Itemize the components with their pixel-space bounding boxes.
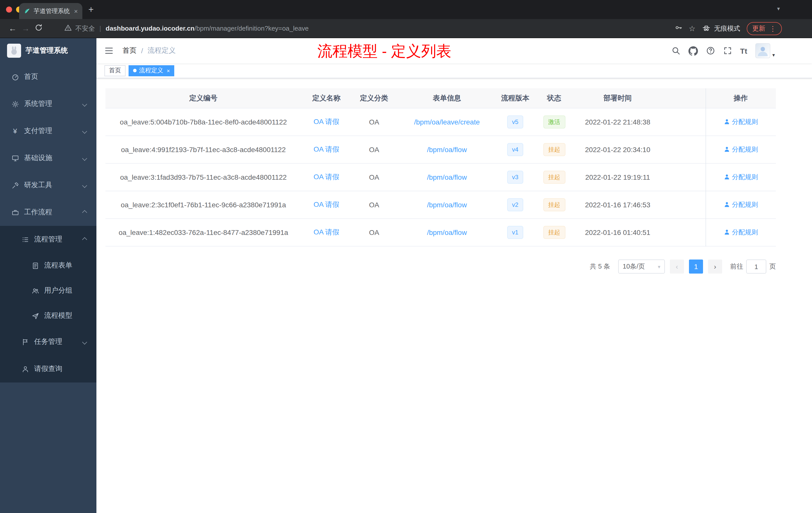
app-header: 首页 / 流程定义 流程模型 - 定义列表 — [96, 38, 812, 63]
definition-name-link[interactable]: OA 请假 — [314, 200, 340, 208]
bookmark-star-icon[interactable]: ☆ — [689, 24, 696, 33]
close-window-button[interactable] — [6, 6, 12, 12]
browser-tab-strip: 芋道管理系统 × + ▾ — [0, 0, 812, 19]
pagination-goto: 前往 页 — [730, 260, 776, 274]
reload-icon[interactable] — [32, 23, 45, 33]
status-badge: 挂起 — [543, 198, 565, 211]
form-link[interactable]: /bpm/oa/flow — [427, 146, 467, 154]
goto-unit-label: 页 — [769, 262, 776, 271]
sidebar-item-process-form[interactable]: 流程表单 — [0, 253, 96, 278]
page-size-select[interactable]: 10条/页 ▾ — [618, 260, 665, 274]
url-text: dashboard.yudao.iocoder.cn/bpm/manager/d… — [106, 25, 309, 32]
chevron-down-icon — [82, 183, 87, 188]
page-1-button[interactable]: 1 — [689, 260, 703, 274]
col-header-id: 定义编号 — [106, 94, 301, 103]
tab-close-icon[interactable]: × — [74, 7, 78, 15]
definition-table: 定义编号 定义名称 定义分类 表单信息 流程版本 状态 部署时间 操作 oa_l… — [106, 88, 776, 246]
browser-tab[interactable]: 芋道管理系统 × — [19, 3, 82, 19]
page-annotation-title: 流程模型 - 定义列表 — [317, 41, 451, 62]
version-badge: v2 — [507, 198, 523, 211]
search-icon[interactable] — [671, 46, 680, 55]
sidebar-item-process-management[interactable]: 流程管理 — [0, 226, 96, 253]
user-menu[interactable]: ▾ — [755, 43, 775, 58]
goto-page-input[interactable] — [746, 260, 766, 274]
password-key-icon[interactable] — [674, 23, 682, 33]
chevron-up-icon — [82, 237, 87, 242]
assign-rule-button[interactable]: 分配规则 — [723, 117, 758, 126]
form-link[interactable]: /bpm/oa/flow — [427, 201, 467, 209]
briefcase-icon — [11, 208, 19, 216]
assign-rule-button[interactable]: 分配规则 — [723, 145, 758, 154]
address-bar[interactable]: 不安全 | dashboard.yudao.iocoder.cn/bpm/man… — [64, 24, 674, 33]
browser-toolbar: ← → 不安全 | dashboard.yudao.iocoder.cn/bpm… — [0, 19, 812, 38]
person-icon — [723, 229, 730, 236]
definition-name-link[interactable]: OA 请假 — [314, 117, 340, 125]
sidebar-toggle-icon[interactable] — [105, 46, 114, 55]
status-badge: 激活 — [543, 116, 565, 128]
sidebar-item-workflow[interactable]: 工作流程 — [0, 199, 96, 226]
cell-category: OA — [351, 173, 397, 181]
font-size-icon[interactable]: Tt — [740, 47, 747, 55]
definition-name-link[interactable]: OA 请假 — [314, 173, 340, 181]
table-row: oa_leave:1:482ec033-762a-11ec-8477-a2380… — [106, 219, 776, 246]
sidebar-item-user-group[interactable]: 用户分组 — [0, 278, 96, 303]
app-root: 芋道管理系统 首页 系统管理 ¥ 支付管理 — [0, 38, 812, 513]
col-header-actions: 操作 — [705, 94, 776, 103]
fullscreen-icon[interactable] — [723, 46, 732, 55]
form-link[interactable]: /bpm/oa/flow — [427, 173, 467, 181]
assign-rule-button[interactable]: 分配规则 — [723, 200, 758, 209]
sidebar-item-process-model[interactable]: 流程模型 — [0, 303, 96, 328]
cell-id: oa_leave:3:1fad3d93-7b75-11ec-a3c8-acde4… — [106, 173, 301, 181]
browser-update-button[interactable]: 更新 ⋮ — [747, 22, 782, 35]
cell-form: /bpm/oa/flow — [397, 173, 497, 181]
chevron-down-icon — [82, 128, 87, 133]
status-badge: 挂起 — [543, 143, 565, 156]
help-icon[interactable] — [706, 46, 715, 55]
assign-rule-button[interactable]: 分配规则 — [723, 173, 758, 182]
new-tab-button[interactable]: + — [88, 3, 94, 16]
person-icon — [21, 365, 29, 373]
table-row: oa_leave:3:1fad3d93-7b75-11ec-a3c8-acde4… — [106, 163, 776, 191]
cell-version: v2 — [497, 198, 533, 211]
form-link[interactable]: /bpm/oa/leave/create — [414, 118, 480, 126]
monitor-icon — [11, 154, 19, 162]
next-page-button[interactable]: › — [708, 260, 722, 274]
cell-name: OA 请假 — [301, 173, 351, 182]
sidebar-item-home[interactable]: 首页 — [0, 63, 96, 90]
prev-page-button[interactable]: ‹ — [670, 260, 684, 274]
tag-process-definition[interactable]: 流程定义 × — [128, 65, 174, 76]
breadcrumb-home[interactable]: 首页 — [122, 46, 137, 55]
active-dot — [133, 69, 137, 72]
definition-name-link[interactable]: OA 请假 — [314, 145, 340, 153]
status-badge: 挂起 — [543, 171, 565, 184]
cell-status: 挂起 — [533, 198, 575, 211]
sidebar-item-leave-query[interactable]: 请假查询 — [0, 355, 96, 383]
assign-rule-button[interactable]: 分配规则 — [723, 228, 758, 237]
cell-version: v1 — [497, 226, 533, 239]
page-content: 定义编号 定义名称 定义分类 表单信息 流程版本 状态 部署时间 操作 oa_l… — [96, 78, 812, 274]
browser-window: 芋道管理系统 × + ▾ ← → 不安全 | dashboard.yudao.i… — [0, 0, 812, 513]
incognito-indicator: 无痕模式 — [702, 24, 740, 33]
sidebar-item-devtools[interactable]: 研发工具 — [0, 172, 96, 199]
definition-name-link[interactable]: OA 请假 — [314, 228, 340, 236]
sidebar-item-system[interactable]: 系统管理 — [0, 90, 96, 117]
table-row: oa_leave:4:991f2193-7b7f-11ec-a3c8-acde4… — [106, 136, 776, 163]
tab-search-icon[interactable]: ▾ — [777, 5, 780, 12]
github-icon[interactable] — [689, 46, 698, 56]
sidebar-item-infrastructure[interactable]: 基础设施 — [0, 145, 96, 172]
tag-close-icon[interactable]: × — [167, 67, 170, 73]
sidebar-logo[interactable]: 芋道管理系统 — [0, 38, 96, 63]
browser-menu-icon[interactable]: ⋮ — [769, 24, 776, 32]
cell-id: oa_leave:1:482ec033-762a-11ec-8477-a2380… — [106, 229, 301, 236]
cell-form: /bpm/oa/flow — [397, 146, 497, 154]
cell-actions: 分配规则 — [705, 173, 776, 182]
sidebar-item-payment[interactable]: ¥ 支付管理 — [0, 117, 96, 145]
tab-favicon-icon — [24, 7, 31, 14]
back-icon[interactable]: ← — [6, 24, 19, 33]
version-badge: v4 — [507, 143, 523, 156]
form-link[interactable]: /bpm/oa/flow — [427, 229, 467, 236]
forward-icon[interactable]: → — [19, 24, 32, 33]
sidebar-item-task-management[interactable]: 任务管理 — [0, 328, 96, 355]
tag-home[interactable]: 首页 — [105, 65, 125, 76]
person-icon — [723, 202, 730, 208]
